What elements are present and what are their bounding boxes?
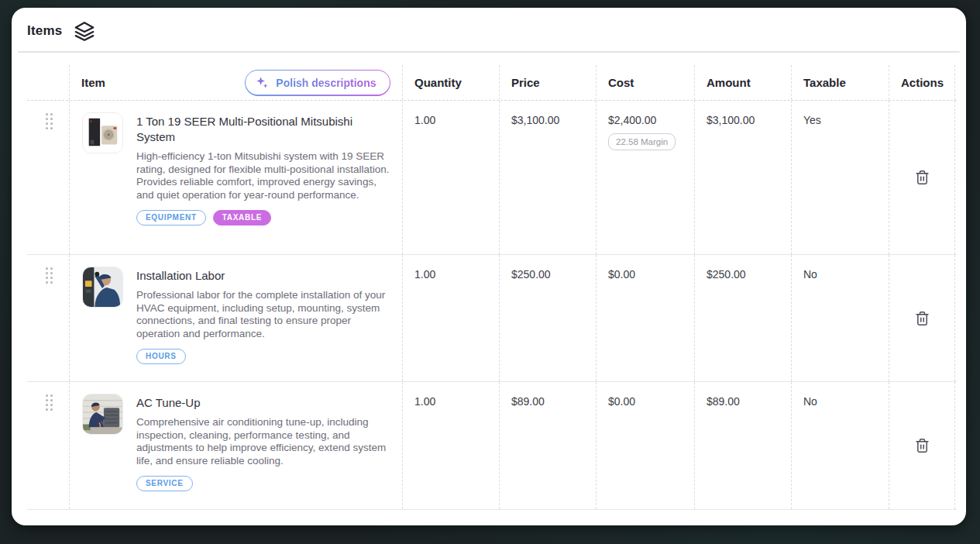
column-header-quantity: Quantity xyxy=(414,76,462,89)
delete-item-button[interactable] xyxy=(911,307,934,330)
amount-cell: $250.00 xyxy=(695,255,792,381)
delete-item-button[interactable] xyxy=(911,434,934,457)
trash-icon xyxy=(914,310,930,327)
page-background: Items Item xyxy=(0,0,980,544)
amount-cell: $89.00 xyxy=(695,382,792,509)
column-header-price: Price xyxy=(511,76,540,89)
item-thumbnail xyxy=(82,394,123,435)
actions-cell xyxy=(889,255,955,381)
row-handle-cell xyxy=(27,101,70,254)
tag-row: HOURS xyxy=(136,349,391,364)
header-actions: Actions xyxy=(889,65,955,100)
item-description: Professional labor for the complete inst… xyxy=(136,289,391,340)
item-cell: 1 Ton 19 SEER Multi-Positional Mitsubish… xyxy=(70,101,403,254)
item-title: Installation Labor xyxy=(136,268,391,284)
trash-icon xyxy=(914,437,930,454)
column-header-actions: Actions xyxy=(901,76,944,89)
header-cost: Cost xyxy=(597,65,695,100)
sparkles-icon xyxy=(256,76,269,89)
actions-cell xyxy=(889,382,955,509)
table-row: AC Tune-Up Comprehensive air conditionin… xyxy=(27,382,957,510)
quantity-cell: 1.00 xyxy=(403,255,500,381)
items-card: Items Item xyxy=(12,8,966,525)
installation-labor-image xyxy=(83,267,122,307)
table-row: Installation Labor Professional labor fo… xyxy=(27,255,957,382)
item-thumbnail xyxy=(82,267,123,308)
item-description: High-efficiency 1-ton Mitsubishi system … xyxy=(136,150,391,201)
cost-cell: $0.00 xyxy=(597,255,695,381)
cost-value: $2,400.00 xyxy=(608,114,656,126)
polish-descriptions-label: Polish descriptions xyxy=(276,77,376,89)
header-price: Price xyxy=(500,65,597,100)
cost-cell: $2,400.00 22.58 Margin xyxy=(597,101,695,254)
column-header-taxable: Taxable xyxy=(803,76,846,89)
tag-equipment: EQUIPMENT xyxy=(136,210,206,226)
quantity-cell: 1.00 xyxy=(403,382,500,509)
item-title: 1 Ton 19 SEER Multi-Positional Mitsubish… xyxy=(136,114,391,145)
drag-handle[interactable] xyxy=(46,394,69,411)
header-amount: Amount xyxy=(695,65,792,100)
card-header: Items xyxy=(12,8,966,49)
amount-cell: $3,100.00 xyxy=(695,101,792,254)
delete-item-button[interactable] xyxy=(911,166,934,189)
layers-icon xyxy=(74,21,95,42)
tag-service: SERVICE xyxy=(136,476,193,491)
drag-handle[interactable] xyxy=(46,267,69,284)
tag-row: SERVICE xyxy=(136,476,391,491)
drag-handle[interactable] xyxy=(46,113,69,129)
mitsubishi-system-image xyxy=(83,113,122,153)
header-divider xyxy=(18,51,960,53)
item-cell: Installation Labor Professional labor fo… xyxy=(70,255,403,381)
item-title: AC Tune-Up xyxy=(136,395,391,411)
header-taxable: Taxable xyxy=(792,65,889,100)
price-cell: $3,100.00 xyxy=(500,101,597,254)
tag-row: EQUIPMENT TAXABLE xyxy=(136,210,391,226)
items-table: Item Polish descriptions Quantity Price … xyxy=(27,65,957,510)
ac-tune-up-image xyxy=(83,394,122,434)
table-row: 1 Ton 19 SEER Multi-Positional Mitsubish… xyxy=(27,101,957,255)
page-title: Items xyxy=(27,23,62,39)
column-header-cost: Cost xyxy=(608,76,634,89)
taxable-cell: Yes xyxy=(792,101,889,254)
row-handle-cell xyxy=(27,382,70,509)
header-item: Item Polish descriptions xyxy=(70,65,403,100)
tag-taxable: TAXABLE xyxy=(213,210,271,226)
item-thumbnail xyxy=(82,112,123,153)
item-description: Comprehensive air conditioning tune-up, … xyxy=(136,416,391,467)
taxable-cell: No xyxy=(792,382,889,509)
column-header-amount: Amount xyxy=(707,76,751,89)
table-header-row: Item Polish descriptions Quantity Price … xyxy=(27,65,957,101)
taxable-cell: No xyxy=(792,255,889,381)
header-handle-spacer xyxy=(27,65,70,100)
margin-badge: 22.58 Margin xyxy=(608,133,676,150)
column-header-item: Item xyxy=(81,76,105,89)
header-quantity: Quantity xyxy=(403,65,500,100)
item-cell: AC Tune-Up Comprehensive air conditionin… xyxy=(70,382,403,509)
tag-hours: HOURS xyxy=(136,349,186,364)
polish-descriptions-button[interactable]: Polish descriptions xyxy=(245,70,390,96)
trash-icon xyxy=(914,169,930,186)
quantity-cell: 1.00 xyxy=(403,101,500,254)
row-handle-cell xyxy=(27,255,70,381)
cost-cell: $0.00 xyxy=(597,382,695,509)
actions-cell xyxy=(889,101,955,254)
price-cell: $250.00 xyxy=(500,255,597,381)
price-cell: $89.00 xyxy=(500,382,597,509)
